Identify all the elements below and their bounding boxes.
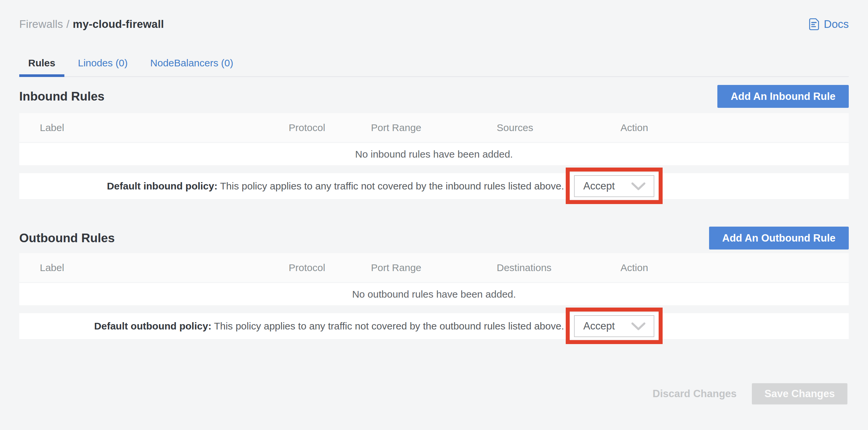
docs-link-label: Docs [824,18,849,31]
default-inbound-policy-value: Accept [583,180,615,192]
outbound-rules-table: Label Protocol Port Range Destinations A… [19,253,849,339]
inbound-default-policy-row: Default inbound policy: This policy appl… [19,173,849,199]
firewall-detail-page: Firewalls/my-cloud-firewall Docs Rules L… [0,0,868,404]
column-header-label: Label [40,122,289,133]
tab-rules[interactable]: Rules [19,50,64,76]
inbound-section-header: Inbound Rules Add An Inbound Rule [19,85,849,108]
column-header-port-range: Port Range [371,122,497,133]
column-header-protocol: Protocol [289,122,371,133]
outbound-policy-description: This policy applies to any traffic not c… [214,320,564,332]
inbound-rules-table: Label Protocol Port Range Sources Action… [19,113,849,199]
chevron-down-icon [631,182,646,190]
default-inbound-policy-select[interactable]: Accept [574,175,654,197]
docs-link[interactable]: Docs [809,18,849,31]
inbound-policy-description: This policy applies to any traffic not c… [220,181,564,191]
column-header-label: Label [40,262,289,273]
breadcrumb-separator: / [66,18,69,30]
outbound-section-header: Outbound Rules Add An Outbound Rule [19,226,849,249]
outbound-table-header-row: Label Protocol Port Range Destinations A… [19,253,849,283]
default-outbound-policy-value: Accept [583,320,615,332]
add-outbound-rule-button[interactable]: Add An Outbound Rule [709,226,849,249]
discard-changes-button[interactable]: Discard Changes [653,388,737,400]
inbound-policy-label: Default inbound policy: [107,181,217,191]
chevron-down-icon [631,322,646,331]
column-header-action: Action [620,262,849,273]
document-icon [809,18,819,31]
outbound-empty-message: No outbound rules have been added. [352,289,516,300]
top-bar: Firewalls/my-cloud-firewall Docs [19,0,849,32]
tab-linodes[interactable]: Linodes (0) [69,50,137,76]
outbound-empty-row: No outbound rules have been added. [19,283,849,305]
tab-nodebalancers[interactable]: NodeBalancers (0) [141,50,242,76]
outbound-default-policy-row: Default outbound policy: This policy app… [19,313,849,339]
column-header-protocol: Protocol [289,262,371,273]
breadcrumb: Firewalls/my-cloud-firewall [19,18,164,31]
breadcrumb-current-firewall: my-cloud-firewall [73,18,164,30]
inbound-empty-row: No inbound rules have been added. [19,143,849,165]
tab-bar: Rules Linodes (0) NodeBalancers (0) [19,50,849,77]
default-outbound-policy-select[interactable]: Accept [574,315,654,337]
footer-actions: Discard Changes Save Changes [19,383,849,404]
column-header-destinations: Destinations [497,262,620,273]
column-header-sources: Sources [497,122,620,133]
column-header-action: Action [620,122,849,133]
inbound-table-header-row: Label Protocol Port Range Sources Action [19,113,849,143]
inbound-empty-message: No inbound rules have been added. [355,149,513,160]
column-header-port-range: Port Range [371,262,497,273]
add-inbound-rule-button[interactable]: Add An Inbound Rule [717,85,849,108]
save-changes-button[interactable]: Save Changes [752,383,847,404]
outbound-policy-text: Default outbound policy: This policy app… [94,320,564,332]
inbound-rules-title: Inbound Rules [19,90,104,103]
outbound-policy-label: Default outbound policy: [94,320,211,332]
breadcrumb-firewalls-link[interactable]: Firewalls [19,18,63,30]
inbound-policy-text: Default inbound policy: This policy appl… [107,181,564,192]
outbound-rules-title: Outbound Rules [19,231,115,245]
